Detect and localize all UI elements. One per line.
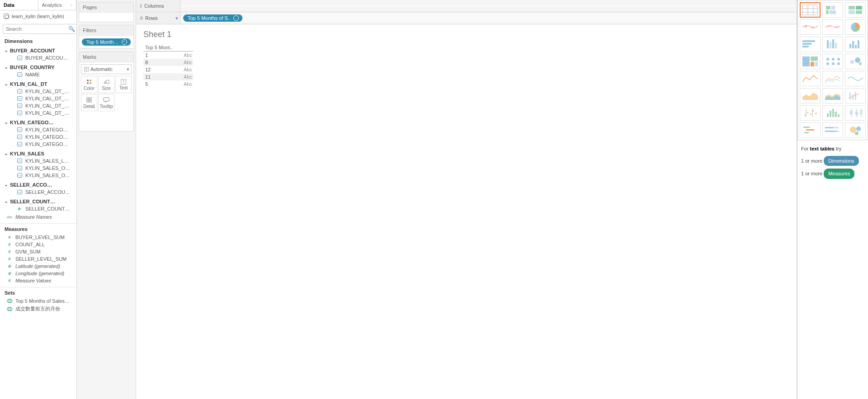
dimension-field[interactable]: ▭BUYER_ACCOUNT_AC...: [4, 54, 76, 61]
tab-data[interactable]: Data: [0, 0, 38, 10]
showme-chart-type[interactable]: [822, 37, 843, 52]
rows-shelf[interactable]: ≡ Rows ▾ Top 5 Months of S..: [136, 12, 797, 24]
table-header[interactable]: Top 5 Mont..: [143, 44, 175, 52]
marks-size-button[interactable]: Size: [98, 76, 114, 93]
marks-drop-area[interactable]: [81, 111, 132, 129]
dimension-field[interactable]: ▭KYLIN_CAL_DT_MONT...: [4, 95, 76, 102]
showme-chart-type[interactable]: [845, 54, 866, 69]
dimension-field[interactable]: ▭KYLIN_CATEGORY_GR...: [4, 133, 76, 141]
dimension-group[interactable]: ⌄BUYER_COUNTRY: [4, 63, 76, 71]
table-row[interactable]: 12Abc: [143, 66, 193, 73]
dimension-group[interactable]: ⌄KYLIN_CATEGORY_GROUPI...: [4, 118, 76, 126]
svg-rect-8: [87, 100, 89, 102]
dimension-field[interactable]: ▭SELLER_ACCOUNT_A...: [4, 188, 76, 196]
search-input[interactable]: [3, 24, 77, 34]
set-field[interactable]: 成交数量前五的月份: [0, 305, 76, 313]
dimension-field[interactable]: ▭KYLIN_CATEGORY_GR...: [4, 141, 76, 148]
table-row[interactable]: 5Abc: [143, 80, 193, 88]
rows-pill[interactable]: Top 5 Months of S..: [183, 14, 242, 22]
measure-field[interactable]: #Measure Values: [0, 277, 76, 284]
svg-point-46: [832, 62, 835, 65]
tab-analytics[interactable]: Analytics◦: [38, 0, 77, 10]
measure-field[interactable]: ⊕Latitude (generated): [0, 263, 76, 270]
dimension-group[interactable]: ⌄BUYER_ACCOUNT: [4, 47, 76, 54]
marks-detail-button[interactable]: Detail: [81, 94, 97, 111]
marks-color-button[interactable]: Color: [81, 76, 97, 93]
measure-field[interactable]: ⊕Longitude (generated): [0, 270, 76, 277]
svg-point-44: [837, 58, 840, 61]
table-row[interactable]: 8Abc: [143, 59, 193, 66]
chevron-down-icon[interactable]: ▾: [175, 15, 178, 21]
svg-rect-29: [802, 46, 809, 47]
data-pane: Data Analytics◦ learn_kylin (learn_kylin…: [0, 0, 77, 399]
measure-names-field[interactable]: AbcMeasure Names: [0, 213, 76, 221]
table-row[interactable]: 1Abc: [143, 52, 193, 59]
showme-chart-type[interactable]: [845, 19, 866, 35]
showme-chart-type[interactable]: [800, 2, 821, 18]
search-row: 🔍 ▿ ▾: [0, 22, 76, 36]
search-icon: 🔍: [68, 26, 75, 32]
svg-point-5: [106, 80, 109, 84]
pages-card: Pages: [79, 2, 134, 22]
dimension-field[interactable]: ▭KYLIN_CAL_DT_DAY_...: [4, 88, 76, 95]
dimension-field[interactable]: ▭KYLIN_CATEGORY_GR...: [4, 126, 76, 133]
columns-icon: ⦀: [140, 3, 142, 9]
rows-shelf-content[interactable]: Top 5 Months of S..: [180, 14, 797, 23]
showme-chart-type[interactable]: [845, 88, 866, 103]
measure-field[interactable]: #BUYER_LEVEL_SUM: [0, 234, 76, 241]
field-icon: ▭: [16, 127, 23, 132]
showme-chart-type[interactable]: [822, 54, 843, 69]
sheet-canvas[interactable]: Sheet 1 Top 5 Mont.. 1Abc8Abc12Abc11Abc5…: [136, 24, 797, 399]
table-row[interactable]: 11Abc: [143, 73, 193, 80]
showme-chart-type[interactable]: [822, 105, 843, 121]
filters-card-body[interactable]: Top 5 Months of ...: [79, 36, 133, 48]
pages-card-body[interactable]: [79, 13, 133, 22]
showme-chart-type[interactable]: [845, 71, 866, 86]
showme-chart-type[interactable]: [800, 88, 821, 103]
showme-chart-type[interactable]: [800, 105, 821, 121]
dimension-field[interactable]: ⊕SELLER_COUNTRY_N...: [4, 205, 76, 212]
dimension-field[interactable]: ▭KYLIN_SALES_OPS_R...: [4, 164, 76, 172]
showme-chart-type[interactable]: [800, 54, 821, 69]
showme-chart-type[interactable]: [822, 122, 843, 138]
showme-chart-type[interactable]: [800, 71, 821, 86]
dimension-field[interactable]: ▭KYLIN_SALES_OPS_U...: [4, 172, 76, 179]
dimension-field[interactable]: ▭NAME: [4, 71, 76, 78]
showme-chart-type[interactable]: [845, 37, 866, 52]
set-icon: [122, 39, 127, 45]
marks-tooltip-button[interactable]: Tooltip: [98, 94, 114, 111]
measure-field[interactable]: #SELLER_LEVEL_SUM: [0, 255, 76, 263]
dimension-group[interactable]: ⌄SELLER_ACCOUNT: [4, 181, 76, 188]
showme-chart-type[interactable]: [822, 88, 843, 103]
sheet-title[interactable]: Sheet 1: [143, 30, 789, 39]
dimension-field[interactable]: ▭KYLIN_CAL_DT_YEAR_...: [4, 109, 76, 117]
showme-chart-type[interactable]: [800, 37, 821, 52]
dimension-field[interactable]: ▭KYLIN_CAL_DT_QTR_...: [4, 102, 76, 109]
measure-field[interactable]: #COUNT_ALL: [0, 241, 76, 248]
showme-chart-type[interactable]: [822, 19, 843, 35]
dimension-group[interactable]: ⌄SELLER_COUNTRY: [4, 197, 76, 205]
showme-chart-type[interactable]: [845, 105, 866, 121]
columns-shelf[interactable]: ⦀ Columns: [136, 0, 797, 12]
measure-field[interactable]: #GVM_SUM: [0, 248, 76, 255]
showme-chart-type[interactable]: [800, 19, 821, 35]
filter-pill[interactable]: Top 5 Months of ...: [82, 38, 131, 46]
set-field[interactable]: Top 5 Months of Sales Co...: [0, 297, 76, 305]
svg-rect-33: [835, 43, 837, 48]
svg-rect-6: [87, 98, 89, 99]
columns-shelf-content[interactable]: [180, 5, 797, 7]
marks-text-button[interactable]: T Text: [115, 76, 132, 93]
mark-type-dropdown[interactable]: T Automatic ▾: [81, 64, 132, 74]
svg-rect-20: [849, 6, 855, 9]
showme-chart-type[interactable]: [800, 122, 821, 138]
dimension-group[interactable]: ⌄KYLIN_CAL_DT: [4, 80, 76, 88]
showme-chart-type[interactable]: [845, 122, 866, 138]
dimension-field[interactable]: ▭KYLIN_SALES_LSTG_F...: [4, 157, 76, 164]
datasource-item[interactable]: learn_kylin (learn_kylin): [0, 10, 76, 22]
svg-point-80: [856, 127, 861, 131]
showme-chart-type[interactable]: [845, 2, 866, 18]
showme-chart-type[interactable]: [822, 71, 843, 86]
svg-rect-51: [849, 93, 851, 100]
showme-chart-type[interactable]: [822, 2, 843, 18]
dimension-group[interactable]: ⌄KYLIN_SALES: [4, 150, 76, 157]
